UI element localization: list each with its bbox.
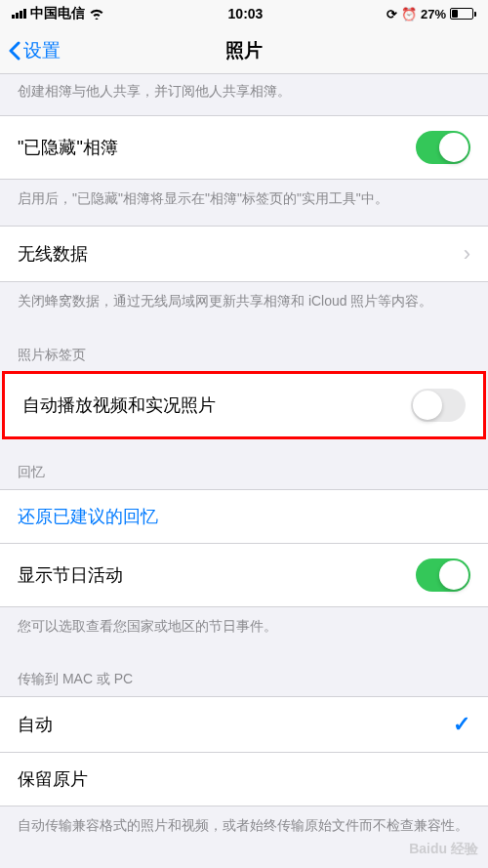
alarm-icon: ⏰ xyxy=(401,7,417,21)
checkmark-icon: ✓ xyxy=(453,712,470,737)
transfer-header: 传输到 MAC 或 PC xyxy=(0,653,488,696)
shared-album-footer: 创建相簿与他人共享，并订阅他人共享相簿。 xyxy=(0,74,488,115)
orientation-lock-icon: ⟳ xyxy=(386,7,397,21)
holiday-events-row[interactable]: 显示节日活动 xyxy=(0,544,488,607)
nav-bar: 设置 照片 xyxy=(0,27,488,74)
signal-icon xyxy=(12,9,26,19)
photos-tab-header: 照片标签页 xyxy=(0,329,488,372)
page-title: 照片 xyxy=(225,38,263,63)
status-right: ⟳ ⏰ 27% xyxy=(386,7,476,21)
status-bar: 中国电信 10:03 ⟳ ⏰ 27% xyxy=(0,0,488,27)
memories-header: 回忆 xyxy=(0,438,488,489)
wireless-footer: 关闭蜂窝数据，通过无线局域网更新共享相簿和 iCloud 照片等内容。 xyxy=(0,282,488,329)
clock: 10:03 xyxy=(228,6,264,21)
autoplay-label: 自动播放视频和实况照片 xyxy=(22,393,216,417)
wifi-icon xyxy=(89,8,104,20)
autoplay-row[interactable]: 自动播放视频和实况照片 xyxy=(5,374,483,436)
battery-icon xyxy=(450,8,476,20)
reset-memories-row[interactable]: 还原已建议的回忆 xyxy=(0,489,488,544)
battery-percent: 27% xyxy=(421,7,446,21)
hidden-album-switch[interactable] xyxy=(416,131,470,164)
watermark: Baidu 经验 xyxy=(409,841,478,858)
transfer-original-label: 保留原片 xyxy=(18,767,88,791)
memories-footer: 您可以选取查看您国家或地区的节日事件。 xyxy=(0,607,488,654)
back-button[interactable]: 设置 xyxy=(8,38,61,63)
chevron-left-icon xyxy=(8,41,21,61)
holiday-switch[interactable] xyxy=(416,558,470,592)
holiday-label: 显示节日活动 xyxy=(18,563,123,587)
back-label: 设置 xyxy=(23,38,61,63)
transfer-auto-row[interactable]: 自动 ✓ xyxy=(0,696,488,753)
hidden-album-row[interactable]: "已隐藏"相簿 xyxy=(0,115,488,180)
transfer-original-row[interactable]: 保留原片 xyxy=(0,753,488,806)
carrier-label: 中国电信 xyxy=(30,5,85,22)
status-left: 中国电信 xyxy=(12,5,104,22)
wireless-data-row[interactable]: 无线数据 › xyxy=(0,226,488,282)
wireless-label: 无线数据 xyxy=(18,242,88,266)
reset-memories-label: 还原已建议的回忆 xyxy=(18,505,158,528)
highlight-annotation: 自动播放视频和实况照片 xyxy=(2,371,486,439)
hidden-album-label: "已隐藏"相簿 xyxy=(18,136,118,159)
chevron-right-icon: › xyxy=(464,241,470,267)
autoplay-switch[interactable] xyxy=(411,389,466,422)
transfer-auto-label: 自动 xyxy=(18,713,53,736)
hidden-album-footer: 启用后，"已隐藏"相簿将显示在"相簿"标签页的"实用工具"中。 xyxy=(0,180,488,227)
